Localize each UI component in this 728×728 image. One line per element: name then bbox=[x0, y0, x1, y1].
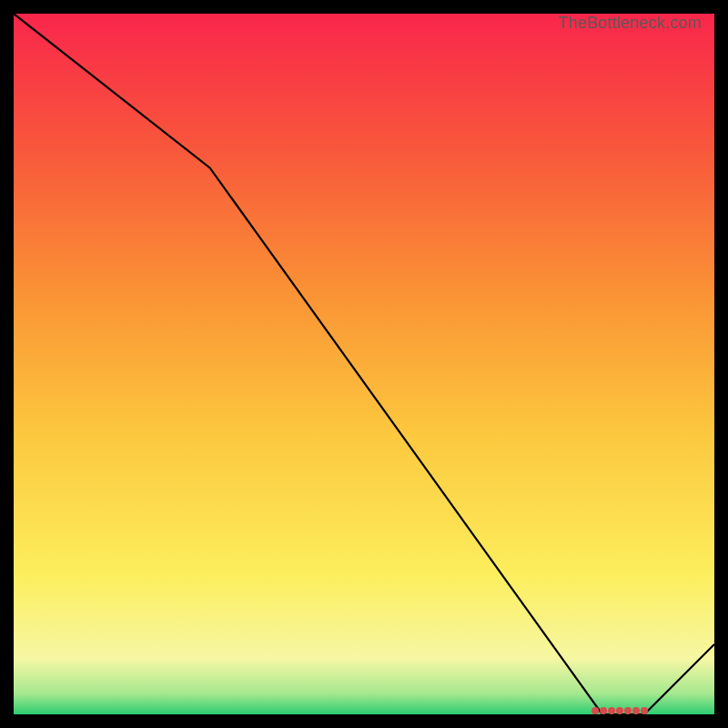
plot-area: TheBottleneck.com bbox=[14, 14, 714, 714]
optimal-marker-dots bbox=[592, 707, 648, 714]
chart-container: TheBottleneck.com bbox=[0, 0, 728, 728]
marker-dot bbox=[641, 707, 648, 714]
marker-dot bbox=[624, 707, 632, 714]
chart-curve bbox=[14, 14, 714, 714]
marker-dot bbox=[608, 707, 615, 714]
watermark-text: TheBottleneck.com bbox=[559, 14, 702, 33]
marker-dot bbox=[632, 707, 640, 714]
marker-dot bbox=[600, 707, 607, 714]
marker-dot bbox=[592, 707, 599, 714]
marker-dot bbox=[616, 707, 623, 714]
line-chart-svg bbox=[14, 14, 714, 714]
